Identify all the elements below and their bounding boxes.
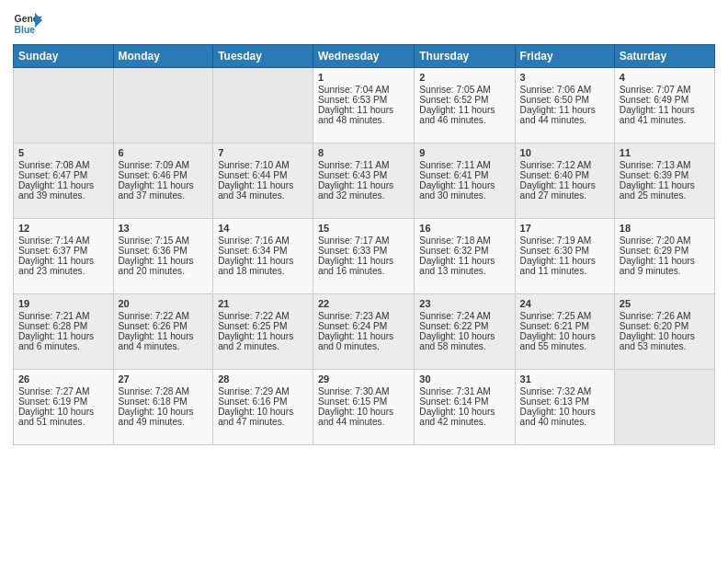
day-info: and 48 minutes. bbox=[318, 115, 409, 125]
calendar-cell bbox=[213, 68, 313, 144]
calendar-cell bbox=[14, 68, 114, 144]
day-number: 26 bbox=[18, 373, 108, 385]
calendar-cell: 2Sunrise: 7:05 AMSunset: 6:52 PMDaylight… bbox=[415, 68, 515, 144]
calendar-cell bbox=[614, 370, 714, 445]
page-header: General Blue bbox=[13, 9, 715, 39]
day-info: Daylight: 11 hours bbox=[520, 256, 609, 266]
day-info: Daylight: 10 hours bbox=[620, 331, 710, 341]
logo-icon: General Blue bbox=[13, 9, 42, 39]
day-info: and 30 minutes. bbox=[419, 190, 509, 201]
day-info: Daylight: 11 hours bbox=[119, 256, 209, 266]
day-number: 20 bbox=[119, 298, 209, 309]
day-info: Sunset: 6:26 PM bbox=[119, 321, 209, 331]
calendar-cell: 18Sunrise: 7:20 AMSunset: 6:29 PMDayligh… bbox=[614, 219, 714, 294]
calendar-cell: 25Sunrise: 7:26 AMSunset: 6:20 PMDayligh… bbox=[614, 294, 714, 370]
day-info: Daylight: 11 hours bbox=[520, 105, 609, 115]
day-info: Sunrise: 7:28 AM bbox=[119, 386, 209, 396]
day-info: Sunrise: 7:07 AM bbox=[620, 85, 710, 95]
day-info: Sunset: 6:22 PM bbox=[419, 321, 509, 331]
calendar-week-4: 19Sunrise: 7:21 AMSunset: 6:28 PMDayligh… bbox=[14, 294, 715, 370]
day-number: 14 bbox=[218, 223, 308, 234]
day-info: Daylight: 11 hours bbox=[18, 256, 108, 266]
calendar-cell: 31Sunrise: 7:32 AMSunset: 6:13 PMDayligh… bbox=[515, 370, 614, 445]
day-info: Daylight: 11 hours bbox=[119, 180, 209, 190]
day-info: Sunset: 6:20 PM bbox=[620, 321, 710, 331]
day-info: Sunset: 6:14 PM bbox=[419, 396, 509, 407]
day-info: Daylight: 11 hours bbox=[620, 105, 710, 115]
day-info: Sunrise: 7:08 AM bbox=[18, 160, 108, 170]
day-info: Daylight: 11 hours bbox=[318, 256, 409, 266]
day-info: and 2 minutes. bbox=[218, 341, 308, 351]
day-number: 2 bbox=[419, 72, 509, 83]
day-info: Sunset: 6:25 PM bbox=[218, 321, 308, 331]
day-info: Sunset: 6:21 PM bbox=[520, 321, 609, 331]
day-info: Daylight: 11 hours bbox=[419, 105, 509, 115]
day-info: Sunrise: 7:21 AM bbox=[18, 311, 108, 321]
calendar-cell: 20Sunrise: 7:22 AMSunset: 6:26 PMDayligh… bbox=[113, 294, 213, 370]
day-info: Sunset: 6:47 PM bbox=[18, 170, 108, 180]
day-info: Sunset: 6:46 PM bbox=[119, 170, 209, 180]
day-info: Sunrise: 7:04 AM bbox=[318, 85, 409, 95]
day-info: Sunrise: 7:06 AM bbox=[520, 85, 609, 95]
calendar-week-2: 5Sunrise: 7:08 AMSunset: 6:47 PMDaylight… bbox=[14, 144, 715, 219]
day-info: and 44 minutes. bbox=[318, 417, 409, 427]
day-info: Sunset: 6:29 PM bbox=[620, 246, 710, 256]
day-info: Sunrise: 7:23 AM bbox=[318, 311, 409, 321]
day-info: Daylight: 10 hours bbox=[218, 407, 308, 417]
day-info: Sunrise: 7:27 AM bbox=[18, 386, 108, 396]
weekday-header-sunday: Sunday bbox=[14, 45, 114, 68]
day-number: 31 bbox=[520, 373, 609, 385]
day-info: Sunset: 6:15 PM bbox=[318, 396, 409, 407]
day-info: and 47 minutes. bbox=[218, 417, 308, 427]
day-info: Sunset: 6:34 PM bbox=[218, 246, 308, 256]
weekday-header-saturday: Saturday bbox=[614, 45, 714, 68]
day-number: 7 bbox=[218, 147, 308, 158]
day-number: 17 bbox=[520, 223, 609, 234]
weekday-header-friday: Friday bbox=[515, 45, 614, 68]
day-info: and 55 minutes. bbox=[520, 341, 609, 351]
day-info: and 16 minutes. bbox=[318, 266, 409, 276]
calendar-cell: 11Sunrise: 7:13 AMSunset: 6:39 PMDayligh… bbox=[614, 144, 714, 219]
day-info: Sunrise: 7:16 AM bbox=[218, 236, 308, 246]
day-number: 11 bbox=[620, 147, 710, 158]
calendar-cell: 19Sunrise: 7:21 AMSunset: 6:28 PMDayligh… bbox=[14, 294, 114, 370]
day-info: and 53 minutes. bbox=[620, 341, 710, 351]
day-info: Daylight: 10 hours bbox=[18, 407, 108, 417]
day-info: Sunrise: 7:12 AM bbox=[520, 160, 609, 170]
day-info: Sunrise: 7:30 AM bbox=[318, 386, 409, 396]
calendar-week-3: 12Sunrise: 7:14 AMSunset: 6:37 PMDayligh… bbox=[14, 219, 715, 294]
day-number: 3 bbox=[520, 72, 609, 83]
calendar-cell: 26Sunrise: 7:27 AMSunset: 6:19 PMDayligh… bbox=[14, 370, 114, 445]
calendar-cell: 4Sunrise: 7:07 AMSunset: 6:49 PMDaylight… bbox=[614, 68, 714, 144]
day-info: Sunset: 6:43 PM bbox=[318, 170, 409, 180]
day-number: 10 bbox=[520, 147, 609, 158]
day-info: and 40 minutes. bbox=[520, 417, 609, 427]
calendar-cell: 16Sunrise: 7:18 AMSunset: 6:32 PMDayligh… bbox=[415, 219, 515, 294]
calendar-cell: 21Sunrise: 7:22 AMSunset: 6:25 PMDayligh… bbox=[213, 294, 313, 370]
day-number: 21 bbox=[218, 298, 308, 309]
calendar-table: SundayMondayTuesdayWednesdayThursdayFrid… bbox=[13, 44, 715, 445]
day-info: Sunrise: 7:17 AM bbox=[318, 236, 409, 246]
day-info: and 6 minutes. bbox=[18, 341, 108, 351]
day-number: 29 bbox=[318, 373, 409, 385]
day-info: Sunrise: 7:25 AM bbox=[520, 311, 609, 321]
day-number: 30 bbox=[419, 373, 509, 385]
day-info: Sunset: 6:39 PM bbox=[620, 170, 710, 180]
day-number: 8 bbox=[318, 147, 409, 158]
day-info: Daylight: 11 hours bbox=[620, 256, 710, 266]
day-info: Sunset: 6:32 PM bbox=[419, 246, 509, 256]
day-number: 16 bbox=[419, 223, 509, 234]
day-info: Sunset: 6:50 PM bbox=[520, 95, 609, 105]
calendar-cell: 27Sunrise: 7:28 AMSunset: 6:18 PMDayligh… bbox=[113, 370, 213, 445]
day-info: and 0 minutes. bbox=[318, 341, 409, 351]
day-info: Sunset: 6:37 PM bbox=[18, 246, 108, 256]
day-info: Daylight: 10 hours bbox=[318, 407, 409, 417]
day-info: Sunrise: 7:32 AM bbox=[520, 386, 609, 396]
day-info: and 9 minutes. bbox=[620, 266, 710, 276]
day-info: Sunrise: 7:22 AM bbox=[218, 311, 308, 321]
calendar-cell: 1Sunrise: 7:04 AMSunset: 6:53 PMDaylight… bbox=[313, 68, 415, 144]
calendar-week-5: 26Sunrise: 7:27 AMSunset: 6:19 PMDayligh… bbox=[14, 370, 715, 445]
day-info: Daylight: 10 hours bbox=[419, 407, 509, 417]
day-info: Sunset: 6:13 PM bbox=[520, 396, 609, 407]
day-info: Sunrise: 7:19 AM bbox=[520, 236, 609, 246]
